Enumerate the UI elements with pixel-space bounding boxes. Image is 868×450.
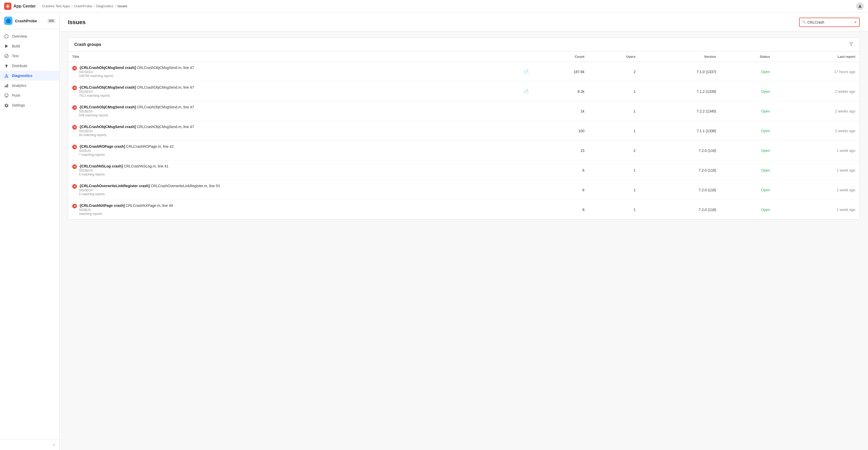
table-row[interactable]: ✕ -[CRLCrashObjCMsgSend crash] CRLCrashO… <box>68 62 860 82</box>
crash-users: 1 <box>634 129 636 133</box>
crash-count: 8.2k <box>578 89 584 93</box>
crash-last-report-cell: 17 hours ago <box>774 62 860 82</box>
crash-signal: SIGSEGV <box>79 189 220 192</box>
table-row[interactable]: ✕ -[CRLCrashROPage crash] CRLCrashROPage… <box>68 141 860 161</box>
crash-count-cell: 8 <box>533 200 589 220</box>
table-row[interactable]: ✕ -[CRLCrashObjCMsgSend crash] CRLCrashO… <box>68 82 860 101</box>
sidebar-app-badge: iOS <box>48 19 55 23</box>
crash-note-cell <box>520 121 533 141</box>
crash-status: Open <box>761 89 770 93</box>
crash-error-icon: ✕ <box>72 105 77 110</box>
crash-title-main: -[CRLCrashObjCMsgSend crash] CRLCrashObj… <box>79 105 194 109</box>
table-row[interactable]: ✕ -[CRLCrashObjCMsgSend crash] CRLCrashO… <box>68 121 860 141</box>
crash-title-cell: ✕ -[CRLCrashNXPage crash] CRLCrashNXPage… <box>68 200 520 220</box>
crash-status: Open <box>761 188 770 192</box>
search-input[interactable] <box>807 20 849 24</box>
crash-version: 7.1.2 (1339) <box>696 89 716 93</box>
layout: 🔵 CrashProbe iOS Overview Build <box>0 12 868 450</box>
sidebar-nav: Overview Build Test Distri <box>0 29 59 439</box>
crash-status-cell: Open <box>720 101 774 121</box>
breadcrumb-item-1[interactable]: CrashProbe <box>74 4 92 8</box>
crash-signal: SIGSEGV <box>79 90 194 93</box>
crash-signal: SIGBUS <box>79 208 173 212</box>
crash-error-icon: ✕ <box>72 164 77 169</box>
crash-last-report-cell: 1 week ago <box>774 200 860 220</box>
crash-title-cell: ✕ -[CRLCrashOverwriteLinkRegister crash]… <box>68 180 520 200</box>
user-avatar[interactable] <box>856 2 864 10</box>
breadcrumb-item-2[interactable]: Diagnostics <box>96 4 114 8</box>
search-clear-button[interactable]: × <box>851 18 859 26</box>
table-row[interactable]: ✕ -[CRLCrashObjCMsgSend crash] CRLCrashO… <box>68 101 860 121</box>
sidebar-item-settings[interactable]: Settings <box>0 100 59 110</box>
crash-note-cell <box>520 200 533 220</box>
crash-last-report-cell: 1 week ago <box>774 141 860 161</box>
push-icon <box>4 93 9 98</box>
col-header-status: Status <box>720 52 774 62</box>
crash-last-report: 1 week ago <box>837 188 855 192</box>
svg-point-13 <box>803 21 805 23</box>
crash-status-cell: Open <box>720 161 774 180</box>
crash-count: 100 <box>579 129 584 133</box>
sidebar-collapse-button[interactable]: « <box>0 439 59 450</box>
crash-last-report: 1 week ago <box>837 168 855 172</box>
col-header-last-report: Last report <box>774 52 860 62</box>
crash-title-text: -[CRLCrashNSLog crash] CRLCrashNSLog.m, … <box>79 164 168 176</box>
crash-version: 7.1.1 (1338) <box>696 129 716 133</box>
table-row[interactable]: ✕ -[CRLCrashOverwriteLinkRegister crash]… <box>68 180 860 200</box>
crash-report-count: 939 matching reports <box>79 114 194 117</box>
sidebar: 🔵 CrashProbe iOS Overview Build <box>0 12 60 450</box>
crash-status: Open <box>761 70 770 74</box>
crash-error-icon: ✕ <box>72 66 77 71</box>
svg-point-4 <box>5 54 8 58</box>
svg-marker-15 <box>849 43 853 46</box>
sidebar-item-build[interactable]: Build <box>0 41 59 51</box>
crash-report-count: 5 matching reports <box>79 192 220 196</box>
filter-icon[interactable] <box>849 42 853 47</box>
crash-status-cell: Open <box>720 121 774 141</box>
crash-error-icon: ✕ <box>72 204 77 208</box>
crash-version-cell: 7.2.0 (116) <box>640 141 720 161</box>
main-content: Issues × Crash groups <box>60 12 868 450</box>
crash-count-cell: 100 <box>533 121 589 141</box>
sidebar-item-test[interactable]: Test <box>0 51 59 61</box>
breadcrumb-item-0[interactable]: Crashes Test Apps <box>42 4 70 8</box>
search-icon <box>802 20 806 25</box>
app-center-logo[interactable]: App Center <box>4 3 36 10</box>
crash-title-main: -[CRLCrashNXPage crash] CRLCrashNXPage.m… <box>79 203 173 208</box>
crash-count: 6 <box>582 168 584 172</box>
search-box-inner <box>800 20 851 25</box>
logo-icon <box>4 3 11 10</box>
note-icon[interactable]: 📄 <box>524 69 529 74</box>
crash-table-body: ✕ -[CRLCrashObjCMsgSend crash] CRLCrashO… <box>68 62 860 220</box>
crash-last-report-cell: 2 weeks ago <box>774 101 860 121</box>
sidebar-item-label: Settings <box>12 103 25 107</box>
col-header-count: Count <box>533 52 589 62</box>
crash-title-text: -[CRLCrashObjCMsgSend crash] CRLCrashObj… <box>79 125 194 137</box>
table-row[interactable]: ✕ -[CRLCrashNXPage crash] CRLCrashNXPage… <box>68 200 860 220</box>
sidebar-item-label: Build <box>12 44 20 48</box>
main-header: Issues × <box>60 12 868 31</box>
svg-point-2 <box>5 34 8 38</box>
crash-error-icon: ✕ <box>72 184 77 189</box>
crash-status-cell: Open <box>720 180 774 200</box>
crash-version-cell: 7.2.0 (116) <box>640 200 720 220</box>
test-icon <box>4 54 9 58</box>
crash-error-icon: ✕ <box>72 86 77 90</box>
sidebar-item-overview[interactable]: Overview <box>0 31 59 41</box>
crash-note-cell: 📄 <box>520 82 533 101</box>
sidebar-item-analytics[interactable]: Analytics <box>0 81 59 90</box>
sidebar-item-label: Distribute <box>12 64 27 68</box>
crash-report-count: 7 matching reports <box>79 153 174 157</box>
note-icon[interactable]: 📄 <box>524 89 529 93</box>
crash-count: 1k <box>581 109 584 113</box>
table-row[interactable]: ✕ -[CRLCrashNSLog crash] CRLCrashNSLog.m… <box>68 161 860 180</box>
crash-users: 1 <box>634 109 636 113</box>
crash-title-text: -[CRLCrashObjCMsgSend crash] CRLCrashObj… <box>79 65 194 78</box>
sidebar-item-push[interactable]: Push <box>0 90 59 100</box>
crash-users-cell: 1 <box>589 82 640 101</box>
crash-users: 1 <box>634 89 636 93</box>
sidebar-item-diagnostics[interactable]: Diagnostics <box>0 71 59 81</box>
crash-users: 1 <box>634 188 636 192</box>
sidebar-item-distribute[interactable]: Distribute <box>0 61 59 71</box>
crash-title-main: -[CRLCrashObjCMsgSend crash] CRLCrashObj… <box>79 85 194 89</box>
